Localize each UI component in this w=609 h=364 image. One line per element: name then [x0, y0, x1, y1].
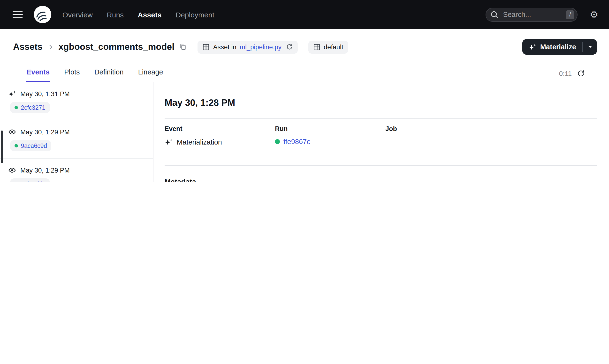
search-box[interactable]: / [485, 8, 578, 22]
page-body: May 30, 1:31 PM 2cfc3271 [0, 82, 609, 182]
metadata-heading: Metadata [165, 177, 597, 182]
asset-group-tag[interactable]: default [308, 40, 348, 53]
observation-icon [8, 166, 16, 174]
gear-icon[interactable]: ⚙ [590, 10, 598, 19]
event-type-label: Materialization [177, 138, 222, 146]
sidebar-vertical-scrollbar-thumb[interactable] [1, 130, 3, 163]
event-time: May 30, 1:31 PM [20, 90, 70, 97]
job-column-label: Job [385, 125, 597, 132]
event-column: Event Materialization [165, 125, 275, 146]
reload-location-icon[interactable] [286, 43, 293, 50]
event-sidebar: May 30, 1:31 PM 2cfc3271 [0, 82, 153, 182]
tab[interactable]: Events [26, 68, 50, 82]
event-time-row: May 30, 1:31 PM [8, 90, 145, 98]
asset-header: Assets xgboost_comments_model Asset in m… [0, 29, 609, 82]
nav-item[interactable]: Runs [107, 10, 124, 19]
event-detail-title: May 30, 1:28 PM [165, 97, 597, 108]
event-column-label: Event [165, 125, 275, 132]
top-nav: Overview Runs Assets Deployment [62, 10, 214, 19]
event-list-item[interactable]: May 30, 1:31 PM 2cfc3271 [0, 82, 153, 120]
group-icon [313, 43, 320, 51]
dagster-logo[interactable] [33, 5, 52, 24]
run-id: 2cfc3271 [21, 104, 45, 111]
event-list-item[interactable]: May 30, 1:29 PM 9ebc9fd8 [0, 158, 153, 182]
asset-in-label: Asset in [213, 43, 236, 51]
run-status-dot [275, 140, 279, 144]
event-list: May 30, 1:31 PM 2cfc3271 [0, 82, 153, 182]
search-icon [490, 10, 499, 19]
run-id-link[interactable]: ffe9867c [283, 138, 310, 145]
topbar-right: / ⚙ [485, 8, 598, 22]
event-detail-panel: May 30, 1:28 PM Event Materialization [153, 82, 609, 182]
breadcrumb: Assets xgboost_comments_model Asset in m… [13, 39, 597, 55]
materialize-button[interactable]: Materialize [522, 39, 582, 55]
asset-tabs: Events Plots Definition Lineage 0:11 [13, 65, 597, 82]
run-status-dot [14, 106, 18, 109]
refresh-icon[interactable] [577, 70, 585, 77]
nav-item[interactable]: Assets [138, 10, 161, 19]
chevron-right-icon [47, 43, 54, 51]
event-time: May 30, 1:29 PM [20, 128, 70, 136]
materialize-split-button: Materialize [522, 39, 597, 55]
run-status-dot [14, 144, 18, 147]
refresh-area: 0:11 [559, 70, 585, 82]
run-value: ffe9867c [275, 138, 385, 145]
refresh-countdown: 0:11 [559, 70, 572, 77]
event-list-item[interactable]: May 30, 1:29 PM 9aca6c9d [0, 120, 153, 158]
run-id: 9ebc9fd8 [21, 181, 46, 182]
tab[interactable]: Lineage [138, 68, 164, 82]
group-tag-label: default [324, 43, 343, 51]
asset-location-tag[interactable]: Asset in ml_pipeline.py [197, 40, 297, 53]
event-time-row: May 30, 1:29 PM [8, 166, 145, 174]
page-title: xgboost_comments_model [58, 41, 174, 52]
tab[interactable]: Definition [94, 68, 124, 82]
materialization-icon [165, 138, 173, 146]
pipeline-file-link[interactable]: ml_pipeline.py [240, 43, 282, 51]
event-type-value: Materialization [165, 138, 275, 146]
run-column: Run ffe9867c [275, 125, 385, 146]
job-column: Job — [385, 125, 597, 146]
divider [165, 165, 597, 166]
run-id-tag[interactable]: 9aca6c9d [10, 140, 51, 151]
materialize-dropdown-button[interactable] [583, 39, 597, 55]
materialization-icon [8, 90, 16, 98]
event-summary-columns: Event Materialization Run [165, 119, 597, 146]
materialize-sparkle-icon [529, 43, 536, 51]
observation-icon [8, 128, 16, 136]
nav-item[interactable]: Deployment [176, 10, 214, 19]
search-shortcut-key: / [566, 10, 574, 19]
event-time-row: May 30, 1:29 PM [8, 128, 145, 136]
copy-asset-name-icon[interactable] [179, 43, 187, 51]
breadcrumb-assets-link[interactable]: Assets [13, 41, 42, 52]
tab-list: Events Plots Definition Lineage [26, 68, 177, 82]
top-app-bar: Overview Runs Assets Deployment / ⚙ [0, 0, 609, 29]
job-value: — [385, 138, 597, 145]
materialize-label: Materialize [540, 43, 576, 51]
tab[interactable]: Plots [64, 68, 80, 82]
menu-icon[interactable] [13, 11, 23, 19]
run-id-tag[interactable]: 2cfc3271 [10, 102, 50, 113]
run-column-label: Run [275, 125, 385, 132]
dagster-asset-page: Overview Runs Assets Deployment / ⚙ [0, 0, 609, 182]
search-input[interactable] [503, 11, 562, 18]
run-id-tag[interactable]: 9ebc9fd8 [10, 178, 50, 182]
code-location-icon [202, 43, 210, 51]
run-id: 9aca6c9d [21, 142, 47, 149]
nav-item[interactable]: Overview [62, 10, 93, 19]
event-time: May 30, 1:29 PM [20, 167, 70, 174]
